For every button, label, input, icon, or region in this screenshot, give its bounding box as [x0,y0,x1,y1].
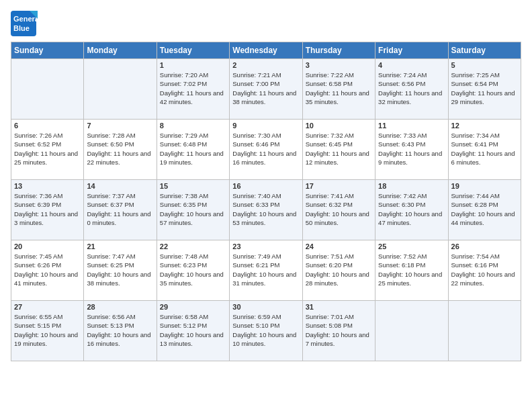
day-info: Sunrise: 7:28 AM Sunset: 6:50 PM Dayligh… [87,131,153,167]
weekday-header-friday: Friday [375,42,448,59]
calendar-week-row: 13Sunrise: 7:36 AM Sunset: 6:39 PM Dayli… [11,180,521,240]
logo: General Blue [11,11,38,36]
calendar-cell: 16Sunrise: 7:40 AM Sunset: 6:33 PM Dayli… [230,180,302,240]
day-info: Sunrise: 7:22 AM Sunset: 6:58 PM Dayligh… [306,71,372,106]
calendar-cell: 15Sunrise: 7:38 AM Sunset: 6:35 PM Dayli… [157,180,229,240]
day-info: Sunrise: 7:45 AM Sunset: 6:26 PM Dayligh… [14,252,81,287]
day-info: Sunrise: 7:41 AM Sunset: 6:32 PM Dayligh… [306,191,372,227]
day-number: 15 [160,182,226,190]
day-number: 29 [160,303,226,311]
day-number: 7 [87,122,153,130]
calendar-cell: 12Sunrise: 7:34 AM Sunset: 6:41 PM Dayli… [448,120,521,180]
calendar-table: SundayMondayTuesdayWednesdayThursdayFrid… [11,42,521,361]
day-info: Sunrise: 7:26 AM Sunset: 6:52 PM Dayligh… [14,131,81,167]
day-number: 28 [87,303,153,311]
day-number: 12 [451,122,518,130]
day-info: Sunrise: 7:49 AM Sunset: 6:21 PM Dayligh… [232,252,299,287]
calendar-header-row: SundayMondayTuesdayWednesdayThursdayFrid… [11,42,521,59]
day-info: Sunrise: 7:52 AM Sunset: 6:18 PM Dayligh… [378,252,445,287]
day-info: Sunrise: 7:20 AM Sunset: 7:02 PM Dayligh… [160,71,226,106]
day-number: 31 [306,303,372,311]
day-number: 22 [160,242,226,250]
svg-text:General: General [13,15,38,23]
calendar-cell: 19Sunrise: 7:44 AM Sunset: 6:28 PM Dayli… [448,180,521,240]
calendar-cell: 22Sunrise: 7:48 AM Sunset: 6:23 PM Dayli… [157,240,229,301]
day-number: 6 [14,122,81,130]
calendar-cell: 11Sunrise: 7:33 AM Sunset: 6:43 PM Dayli… [375,120,448,180]
calendar-week-row: 1Sunrise: 7:20 AM Sunset: 7:02 PM Daylig… [11,59,521,120]
day-number: 8 [160,122,226,130]
day-info: Sunrise: 7:30 AM Sunset: 6:46 PM Dayligh… [232,131,299,167]
day-number: 10 [306,122,372,130]
day-info: Sunrise: 6:59 AM Sunset: 5:10 PM Dayligh… [232,312,299,348]
day-number: 19 [451,182,518,190]
day-number: 16 [232,182,299,190]
calendar-cell: 8Sunrise: 7:29 AM Sunset: 6:48 PM Daylig… [157,120,229,180]
calendar-cell: 26Sunrise: 7:54 AM Sunset: 6:16 PM Dayli… [448,240,521,301]
day-number: 14 [87,182,153,190]
day-number: 18 [378,182,445,190]
day-info: Sunrise: 7:47 AM Sunset: 6:25 PM Dayligh… [87,252,153,287]
day-info: Sunrise: 7:25 AM Sunset: 6:54 PM Dayligh… [451,71,518,106]
calendar-cell [375,301,448,361]
day-info: Sunrise: 7:21 AM Sunset: 7:00 PM Dayligh… [232,71,299,106]
day-number: 13 [14,182,81,190]
calendar-week-row: 27Sunrise: 6:55 AM Sunset: 5:15 PM Dayli… [11,301,521,361]
day-info: Sunrise: 6:55 AM Sunset: 5:15 PM Dayligh… [14,312,81,348]
day-number: 17 [306,182,372,190]
day-info: Sunrise: 6:58 AM Sunset: 5:12 PM Dayligh… [160,312,226,348]
day-number: 3 [306,61,372,69]
svg-text:Blue: Blue [13,24,30,32]
calendar-cell: 1Sunrise: 7:20 AM Sunset: 7:02 PM Daylig… [157,59,229,120]
calendar-cell: 21Sunrise: 7:47 AM Sunset: 6:25 PM Dayli… [84,240,157,301]
calendar-cell: 24Sunrise: 7:51 AM Sunset: 6:20 PM Dayli… [302,240,375,301]
calendar-week-row: 6Sunrise: 7:26 AM Sunset: 6:52 PM Daylig… [11,120,521,180]
calendar-cell: 13Sunrise: 7:36 AM Sunset: 6:39 PM Dayli… [11,180,84,240]
calendar-cell: 6Sunrise: 7:26 AM Sunset: 6:52 PM Daylig… [11,120,84,180]
calendar-cell: 17Sunrise: 7:41 AM Sunset: 6:32 PM Dayli… [302,180,375,240]
calendar-cell: 30Sunrise: 6:59 AM Sunset: 5:10 PM Dayli… [230,301,302,361]
day-number: 23 [232,242,299,250]
calendar-cell: 31Sunrise: 7:01 AM Sunset: 5:08 PM Dayli… [302,301,375,361]
day-info: Sunrise: 7:32 AM Sunset: 6:45 PM Dayligh… [306,131,372,167]
day-number: 11 [378,122,445,130]
day-info: Sunrise: 7:51 AM Sunset: 6:20 PM Dayligh… [306,252,372,287]
weekday-header-wednesday: Wednesday [230,42,302,59]
day-number: 27 [14,303,81,311]
day-info: Sunrise: 7:40 AM Sunset: 6:33 PM Dayligh… [232,191,299,227]
day-info: Sunrise: 7:42 AM Sunset: 6:30 PM Dayligh… [378,191,445,227]
calendar-cell: 3Sunrise: 7:22 AM Sunset: 6:58 PM Daylig… [302,59,375,120]
day-number: 5 [451,61,518,69]
day-info: Sunrise: 6:56 AM Sunset: 5:13 PM Dayligh… [87,312,153,348]
weekday-header-sunday: Sunday [11,42,84,59]
day-info: Sunrise: 7:48 AM Sunset: 6:23 PM Dayligh… [160,252,226,287]
day-number: 1 [160,61,226,69]
calendar-cell: 23Sunrise: 7:49 AM Sunset: 6:21 PM Dayli… [230,240,302,301]
calendar-cell: 14Sunrise: 7:37 AM Sunset: 6:37 PM Dayli… [84,180,157,240]
weekday-header-saturday: Saturday [448,42,521,59]
calendar-cell: 10Sunrise: 7:32 AM Sunset: 6:45 PM Dayli… [302,120,375,180]
calendar-cell [11,59,84,120]
day-info: Sunrise: 7:36 AM Sunset: 6:39 PM Dayligh… [14,191,81,227]
calendar-cell: 4Sunrise: 7:24 AM Sunset: 6:56 PM Daylig… [375,59,448,120]
weekday-header-thursday: Thursday [302,42,375,59]
calendar-cell [448,301,521,361]
day-number: 9 [232,122,299,130]
calendar-cell: 2Sunrise: 7:21 AM Sunset: 7:00 PM Daylig… [230,59,302,120]
day-number: 21 [87,242,153,250]
day-info: Sunrise: 7:33 AM Sunset: 6:43 PM Dayligh… [378,131,445,167]
day-info: Sunrise: 7:38 AM Sunset: 6:35 PM Dayligh… [160,191,226,227]
calendar-cell: 28Sunrise: 6:56 AM Sunset: 5:13 PM Dayli… [84,301,157,361]
day-number: 24 [306,242,372,250]
page-header: General Blue [11,11,521,36]
day-number: 4 [378,61,445,69]
day-info: Sunrise: 7:01 AM Sunset: 5:08 PM Dayligh… [306,312,372,348]
day-info: Sunrise: 7:54 AM Sunset: 6:16 PM Dayligh… [451,252,518,287]
day-info: Sunrise: 7:34 AM Sunset: 6:41 PM Dayligh… [451,131,518,167]
day-number: 25 [378,242,445,250]
calendar-cell: 9Sunrise: 7:30 AM Sunset: 6:46 PM Daylig… [230,120,302,180]
calendar-cell [84,59,157,120]
day-number: 2 [232,61,299,69]
calendar-cell: 20Sunrise: 7:45 AM Sunset: 6:26 PM Dayli… [11,240,84,301]
day-number: 26 [451,242,518,250]
